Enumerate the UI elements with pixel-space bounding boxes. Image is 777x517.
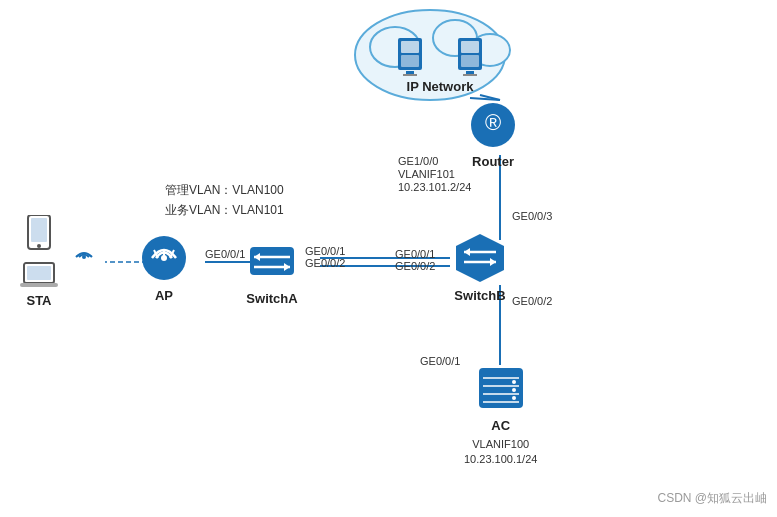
mgmt-vlan-label: 管理VLAN：VLAN100 xyxy=(165,180,284,200)
svg-rect-13 xyxy=(401,41,419,53)
sta-node: STA xyxy=(20,215,58,308)
switchb-label: SwitchB xyxy=(454,288,505,303)
svg-point-52 xyxy=(512,388,516,392)
port-ac-ge001: GE0/0/1 xyxy=(420,355,460,367)
svg-marker-24 xyxy=(456,234,504,282)
port-router-ip: 10.23.101.2/24 xyxy=(398,181,471,193)
network-diagram: IP Network ® Router GE1/0/0 VLANIF101 10… xyxy=(0,0,777,517)
svg-text:®: ® xyxy=(485,110,501,135)
svg-rect-21 xyxy=(463,74,477,76)
ac-node: AC VLANIF100 10.23.100.1/24 xyxy=(464,362,537,468)
router-label: Router xyxy=(472,154,514,169)
ip-network-node: IP Network xyxy=(390,30,490,94)
biz-vlan-label: 业务VLAN：VLAN101 xyxy=(165,200,284,220)
port-sb-ge002: GE0/0/2 xyxy=(395,260,435,272)
ac-sublabel: VLANIF100 10.23.100.1/24 xyxy=(464,437,537,468)
ac-label: AC xyxy=(491,418,510,433)
svg-rect-16 xyxy=(403,74,417,76)
svg-rect-18 xyxy=(461,41,479,53)
svg-point-45 xyxy=(82,255,86,259)
ac-vlanif: VLANIF100 xyxy=(472,438,529,450)
sta-label: STA xyxy=(26,293,51,308)
router-node: ® Router xyxy=(468,100,518,169)
svg-rect-29 xyxy=(250,247,294,275)
port-ge0-0-3: GE0/0/3 xyxy=(512,210,552,222)
port-vlanif101: VLANIF101 xyxy=(398,168,455,180)
ac-ip: 10.23.100.1/24 xyxy=(464,453,537,465)
switcha-label: SwitchA xyxy=(246,291,297,306)
svg-rect-44 xyxy=(20,283,58,287)
ip-network-label: IP Network xyxy=(407,79,474,94)
watermark: CSDN @知狐云出岫 xyxy=(657,490,767,507)
svg-rect-19 xyxy=(461,55,479,67)
svg-rect-14 xyxy=(401,55,419,67)
ap-label: AP xyxy=(155,288,173,303)
svg-rect-40 xyxy=(31,218,47,242)
port-ap-ge001: GE0/0/1 xyxy=(205,248,245,260)
svg-point-53 xyxy=(512,396,516,400)
info-block: 管理VLAN：VLAN100 业务VLAN：VLAN101 xyxy=(165,180,284,221)
switchb-node: SwitchB xyxy=(454,232,506,303)
svg-point-51 xyxy=(512,380,516,384)
svg-point-41 xyxy=(37,244,41,248)
port-ge1-0-0: GE1/0/0 xyxy=(398,155,438,167)
port-sa-ge002-right: GE0/0/2 xyxy=(305,257,345,269)
port-sb-ge002-bottom: GE0/0/2 xyxy=(512,295,552,307)
switcha-node: SwitchA xyxy=(246,235,298,306)
ap-node: AP xyxy=(138,232,190,303)
port-sa-ge001-right: GE0/0/1 xyxy=(305,245,345,257)
port-sb-ge001: GE0/0/1 xyxy=(395,248,435,260)
svg-rect-43 xyxy=(27,266,51,280)
